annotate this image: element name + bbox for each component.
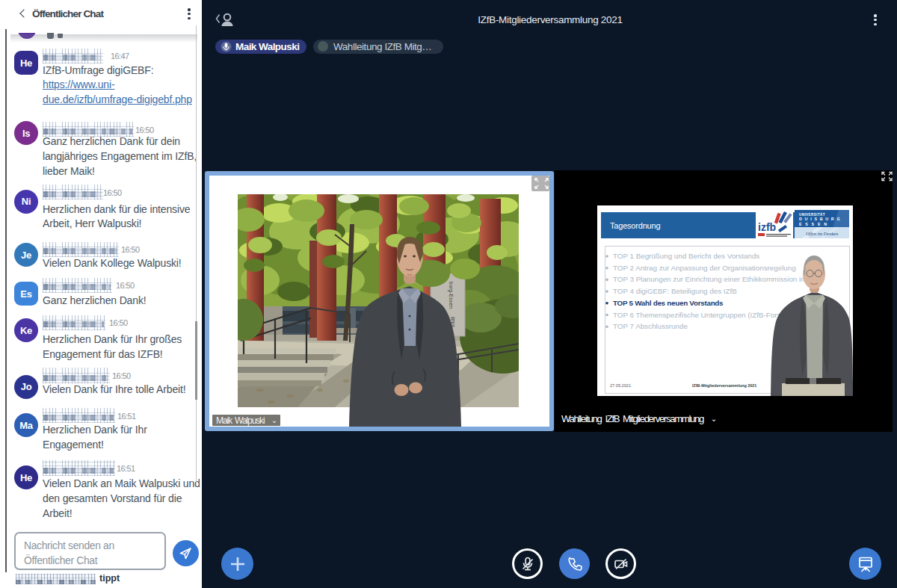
svg-text:TOP 6 Themenspezifische Unterg: TOP 6 Themenspezifische Untergruppen (IZ… <box>613 311 792 319</box>
svg-text:D U I S B U R G: D U I S B U R G <box>799 217 841 221</box>
svg-text:Tagesordnung: Tagesordnung <box>610 221 660 230</box>
svg-text:E S S E N: E S S E N <box>799 222 828 226</box>
svg-text:TOP 7 Abschlussrunde: TOP 7 Abschlussrunde <box>613 322 688 330</box>
svg-text:TOP 1 Begrüßung und Bericht de: TOP 1 Begrüßung und Bericht des Vorstand… <box>613 252 759 260</box>
svg-text:TOP 3 Planungen zur Einrichtun: TOP 3 Planungen zur Einrichtung einer Et… <box>613 275 807 283</box>
svg-text:TOP 4 digiGEBF: Beteiligung de: TOP 4 digiGEBF: Beteiligung des IZfB <box>613 287 737 295</box>
svg-text:UNIVERSITÄT: UNIVERSITÄT <box>799 212 825 217</box>
svg-text:27.05.2021: 27.05.2021 <box>610 383 631 388</box>
svg-text:TOP 2 Antrag zur Anpassung der: TOP 2 Antrag zur Anpassung der Organisat… <box>613 264 796 272</box>
svg-text:TOP 5 Wahl des neuen Vorstands: TOP 5 Wahl des neuen Vorstands <box>613 299 724 307</box>
svg-text:Offen im Denken: Offen im Denken <box>806 231 838 236</box>
svg-text:izfb: izfb <box>758 221 776 233</box>
svg-text:IZfB-Mitgliederversammlung 202: IZfB-Mitgliederversammlung 2021 <box>692 383 756 388</box>
svg-text:burg-Essen: burg-Essen <box>448 282 454 309</box>
